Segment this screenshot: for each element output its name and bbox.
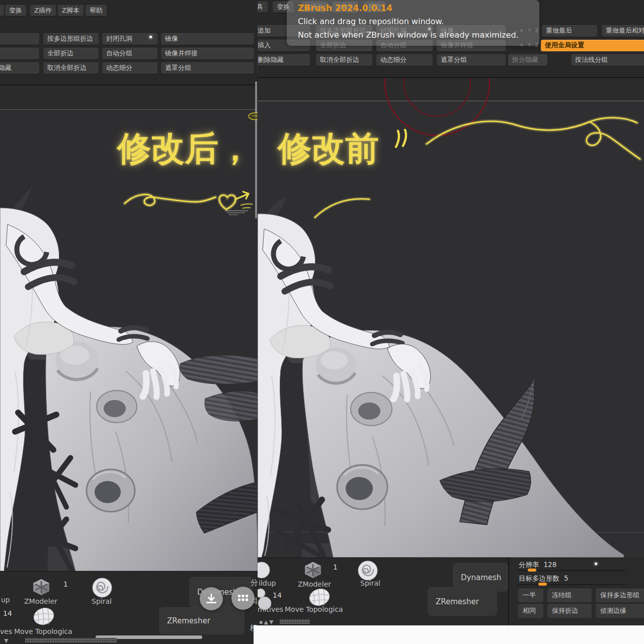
top-toolbar: 具 变换 Z插件 Z脚本 帮助 追加 插入 删除隐藏 按多边形组折边 全部折边 … [258,0,644,78]
crease-by-polygroup-button[interactable]: 按多边形组折边 [43,33,99,45]
keep-creases-button[interactable]: 保持折边 [547,604,592,618]
resolution-fragment: 分 [251,578,258,588]
apps-grid-overlay-button[interactable] [231,587,255,610]
curves-count: 14 [3,609,12,617]
mirror-button[interactable]: 镜像 [161,33,254,45]
target-polycount-value: 5 [564,574,569,583]
close-holes-button[interactable]: 封闭孔洞 [102,33,157,45]
target-slider-track[interactable] [517,584,626,585]
freeze-groups-button[interactable]: 冻结组 [547,589,592,602]
delete-hidden-button[interactable]: 删除隐藏 [258,54,310,66]
keep-polygroups-button-cut[interactable]: 保持多边形组 [596,589,644,602]
buildup-brush-label-cut[interactable]: up [1,596,10,604]
buildup-brush-label-cut[interactable]: ildup [259,579,276,587]
dynamic-subdiv-button[interactable]: 动态细分 [376,54,433,66]
upper-socket [97,390,137,423]
spiral-brush-icon[interactable] [92,577,113,598]
redo-last-relative-button-cut[interactable]: 重做最后相对 [602,25,644,37]
zmodeler-cube-icon[interactable] [302,560,324,580]
insert-button-cut[interactable]: 入 [0,48,39,59]
redo-last-button[interactable]: 重做最后 [542,25,597,37]
crease-all-button[interactable]: 全部折边 [43,48,99,59]
checker-scrollbar[interactable] [280,619,310,624]
checker-scrollbar[interactable] [25,638,117,642]
zmodeler-count: 1 [63,580,68,588]
zbrush-pane-before: 具 变换 Z插件 Z脚本 帮助 追加 插入 删除隐藏 按多边形组折边 全部折边 … [258,0,644,644]
spiral-brush-icon[interactable] [357,560,378,581]
zmodeler-label[interactable]: ZModeler [24,597,57,605]
eye-socket-ring [87,469,135,512]
resolution-slider-label[interactable]: 分辨率 128 [519,560,556,570]
menu-tool-fragment[interactable]: 具 [258,2,268,13]
zremesher-button[interactable]: ZRemesher [159,607,245,634]
mask-groups-button[interactable]: 遮罩分组 [161,62,254,74]
scroll-down-arrow[interactable]: ▼ [4,637,9,644]
menu-fragment[interactable] [0,5,4,16]
caption-after: 修改后， [117,126,252,172]
move-topological-icon[interactable] [32,605,55,627]
curves-label-cut[interactable]: ves [0,627,12,635]
menu-help[interactable]: 帮助 [86,5,107,16]
zbrush-tooltip: ZBrush 2024.0.0.14 Click and drag to rep… [287,0,539,46]
auto-groups-button[interactable]: 自动分组 [102,48,157,59]
resolution-value: 128 [544,560,557,570]
sculpt-viewport-after[interactable] [0,110,258,571]
delete-hidden-button-cut[interactable]: 除隐藏 [0,62,39,74]
zmodeler-cube-icon[interactable] [30,577,52,597]
tooltip-title: ZBrush 2024.0.0.14 [298,3,392,13]
append-button-cut[interactable]: 加 [0,33,39,45]
bottom-toolbar: Dynamesh ZRemesher ildup ZModeler 1 Spi [258,557,508,625]
zremesher-settings-panel: 分辨率 128 目标多边形数 5 一半 冻结组 保持多边形组 相同 保持折边 侦… [508,557,644,625]
mask-groups-button[interactable]: 遮罩分组 [437,54,506,66]
zremesher-button[interactable]: ZRemesher [428,587,497,616]
toolbar-lower-band [0,86,258,110]
uncrease-all-button[interactable]: 取消全部折边 [316,54,372,66]
move-topological-label[interactable]: Move Topologica [14,627,72,635]
tooltip-line2: Not active when ZBrush window is already… [298,30,519,40]
mirror-and-weld-button[interactable]: 镜像并焊接 [161,48,254,59]
eye-socket-ring [337,465,387,509]
grid-menu-icon [237,592,249,604]
caption-before: 修改前 [278,126,379,172]
download-overlay-button[interactable] [200,587,223,610]
close-holes-indicator-dot [149,36,152,38]
menu-zscript[interactable]: Z脚本 [58,5,84,16]
heart-flourish-decoration [121,184,257,215]
move-topological-label[interactable]: Move Topologica [285,605,343,613]
spiral-label[interactable]: Spiral [360,579,380,587]
buildup-brush-icon-cut[interactable] [258,561,271,579]
composite-screenshot: 变换 Z插件 Z脚本 帮助 加 入 除隐藏 按多边形组折边 全部折边 取消全部折… [0,0,644,644]
target-polycount-label: 目标多边形数 [519,574,559,583]
quote-swash-decoration [394,129,411,151]
resolution-indicator-dot [595,562,597,565]
detect-edges-button[interactable]: 侦测边缘 [596,604,644,618]
use-global-settings-button[interactable]: 使用全局设置 [541,40,644,51]
zbrush-pane-after: 变换 Z插件 Z脚本 帮助 加 入 除隐藏 按多边形组折边 全部折边 取消全部折… [0,0,258,644]
primitives-count: 14 [273,591,282,599]
swash-flourish-decoration [424,111,644,167]
target-slider-handle[interactable] [538,583,547,586]
top-toolbar: 变换 Z插件 Z脚本 帮助 加 入 除隐藏 按多边形组折边 全部折边 取消全部折… [0,0,258,86]
resolution-slider-handle[interactable] [528,569,536,572]
half-button[interactable]: 一半 [518,589,543,602]
menu-zplugin[interactable]: Z插件 [30,5,56,16]
yellow-oval-badge [248,111,258,122]
primitives-label-cut[interactable]: mitives [258,605,283,613]
same-button[interactable]: 相同 [518,604,543,618]
download-icon [205,592,218,605]
group-by-normals-button[interactable]: 按法线分组 [571,54,644,66]
bottom-toolbar: Dynamesh ZRemesher up ZModeler 1 Spiral … [0,571,258,644]
white-bottom-strip [254,625,644,644]
scroll-arrows[interactable]: ▪▲▼ [259,619,274,625]
dynamic-subdiv-button[interactable]: 动态细分 [102,62,157,74]
uncrease-all-button[interactable]: 取消全部折边 [43,62,99,74]
target-polycount-slider-label[interactable]: 目标多边形数 5 [519,574,569,583]
tooltip-line1: Click and drag to reposition window. [298,17,444,26]
upper-socket [351,392,392,426]
menu-transform[interactable]: 变换 [5,5,26,16]
split-hidden-button[interactable]: 拆分隐藏 [508,54,547,66]
zmodeler-count: 1 [333,563,338,571]
bull-skull [302,330,624,557]
arc-flourish-decoration [312,194,373,220]
spiral-label[interactable]: Spiral [92,597,112,605]
